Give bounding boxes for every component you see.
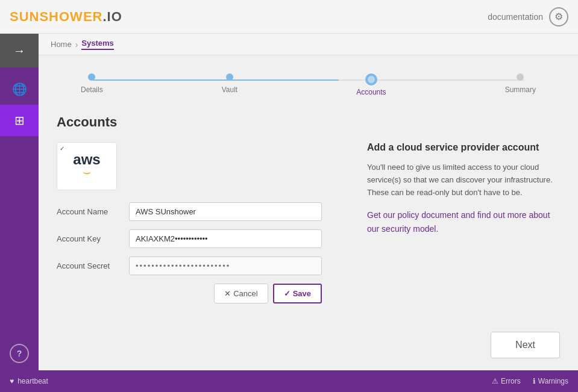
section-title: Accounts (57, 114, 560, 130)
step-dot-summary (517, 73, 524, 81)
aws-card[interactable]: ✓ aws ⌣ (57, 142, 117, 190)
grid-icon: ⊞ (14, 113, 25, 128)
step-label-accounts: Accounts (356, 88, 386, 96)
documentation-link[interactable]: documentation (488, 12, 543, 22)
header-right: documentation ⚙ (488, 7, 568, 26)
help-icon[interactable]: ? (10, 344, 29, 363)
heartbeat-label: heartbeat (17, 377, 48, 385)
forward-icon[interactable]: → (13, 44, 25, 58)
breadcrumb: Home › Systems (39, 34, 578, 55)
accounts-left: ✓ aws ⌣ Account Name Account Key (57, 142, 343, 303)
info-title: Add a cloud service provider account (367, 142, 560, 153)
aws-check-icon: ✓ (60, 145, 64, 152)
logo-sun: SUNSHOWER (10, 9, 102, 24)
step-accounts: Accounts (356, 73, 386, 96)
step-label-details: Details (81, 86, 103, 94)
footer-left: ♥ heartbeat (10, 377, 48, 385)
step-dot-accounts (365, 73, 377, 86)
account-secret-input[interactable] (129, 257, 322, 275)
sidebar-items: 🌐 ⊞ (0, 67, 39, 136)
save-button[interactable]: ✓ Save (273, 284, 322, 303)
account-key-row: Account Key (57, 229, 343, 248)
policy-link[interactable]: Get our policy document and find out mor… (367, 210, 550, 233)
settings-icon[interactable]: ⚙ (549, 7, 568, 26)
step-details: Details (81, 73, 103, 94)
footer-errors[interactable]: ⚠ Errors (492, 377, 521, 385)
form-buttons: ✕ Cancel ✓ Save (57, 284, 322, 303)
sidebar: → 🌐 ⊞ ? (0, 34, 39, 370)
logo-rest: .IO (102, 9, 122, 24)
globe-icon: 🌐 (12, 82, 27, 96)
account-name-input[interactable] (129, 202, 322, 221)
sidebar-item-globe[interactable]: 🌐 (0, 73, 39, 105)
step-vault: Vault (222, 73, 237, 94)
account-secret-label: Account Secret (57, 261, 129, 270)
warning-triangle-icon: ⚠ (492, 377, 498, 385)
aws-smile-icon: ⌣ (83, 164, 91, 180)
main-layout: → 🌐 ⊞ ? Home › Systems (0, 34, 578, 370)
cancel-button[interactable]: ✕ Cancel (214, 284, 268, 303)
info-panel: Add a cloud service provider account You… (367, 142, 560, 303)
account-key-label: Account Key (57, 234, 129, 243)
account-key-input[interactable] (129, 229, 322, 248)
footer: ♥ heartbeat ⚠ Errors ℹ Warnings (0, 370, 578, 392)
next-area: Next (39, 326, 578, 370)
save-check-icon: ✓ (284, 289, 291, 298)
breadcrumb-separator: › (75, 40, 78, 49)
step-dot-details (88, 73, 95, 81)
heart-icon: ♥ (10, 377, 14, 385)
step-dot-vault (226, 73, 233, 81)
sidebar-top: → (0, 34, 39, 67)
aws-logo: aws ⌣ (73, 152, 100, 180)
app-header: SUNSHOWER.IO documentation ⚙ (0, 0, 578, 34)
sidebar-item-grid[interactable]: ⊞ (0, 105, 39, 136)
app-logo: SUNSHOWER.IO (10, 9, 122, 25)
stepper-line-filled (93, 79, 339, 81)
cancel-x-icon: ✕ (224, 289, 231, 298)
next-button[interactable]: Next (491, 332, 560, 358)
content-area: Home › Systems Details Vault Acc (39, 34, 578, 370)
account-name-row: Account Name (57, 202, 343, 221)
account-name-label: Account Name (57, 207, 129, 216)
account-secret-row: Account Secret (57, 257, 343, 275)
footer-right: ⚠ Errors ℹ Warnings (492, 377, 568, 385)
breadcrumb-systems[interactable]: Systems (81, 39, 113, 50)
footer-warnings[interactable]: ℹ Warnings (533, 377, 568, 385)
breadcrumb-home[interactable]: Home (51, 40, 72, 49)
sidebar-bottom: ? (10, 344, 29, 363)
step-label-vault: Vault (222, 86, 237, 94)
page-content: Details Vault Accounts Summary Accounts (39, 55, 578, 326)
step-summary: Summary (505, 73, 536, 94)
info-body: You'll need to give us limited access to… (367, 161, 560, 199)
info-circle-icon: ℹ (533, 377, 536, 385)
stepper: Details Vault Accounts Summary (57, 73, 560, 96)
step-label-summary: Summary (505, 86, 536, 94)
accounts-content: ✓ aws ⌣ Account Name Account Key (57, 142, 560, 303)
